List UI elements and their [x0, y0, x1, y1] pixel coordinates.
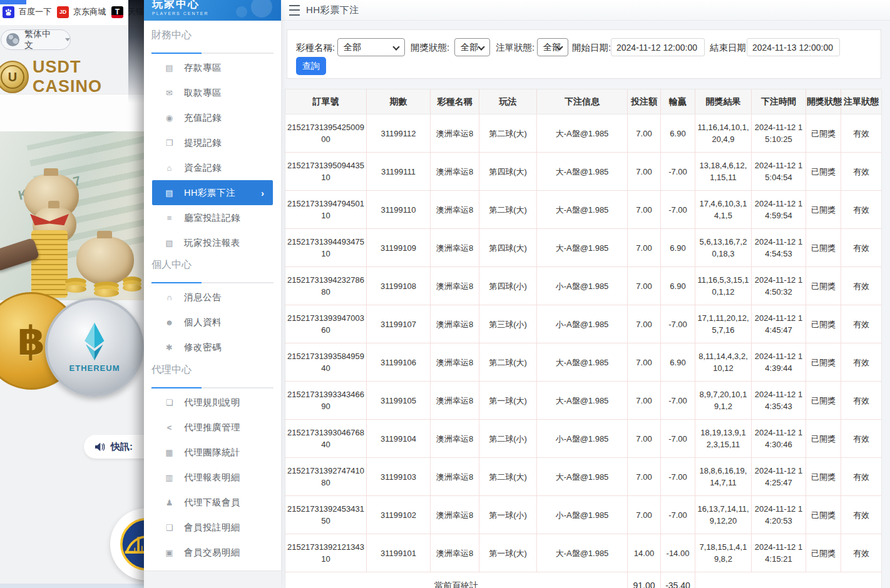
- bet-record-row: 2152173139509443510 31199111 澳洲幸运8 第四球(大…: [285, 153, 882, 191]
- cell-lottery-name: 澳洲幸运8: [431, 114, 479, 153]
- tmall-icon: [111, 6, 123, 18]
- cell-bet-time: 2024-11-12 15:10:25: [752, 114, 806, 153]
- browser-tab-fragment: [0, 0, 26, 4]
- cell-bet-info: 大-A盤@1.985: [537, 534, 628, 572]
- bookmark-jd[interactable]: 京东商城: [57, 6, 106, 18]
- sidebar-menu-item[interactable]: 取款專區: [152, 80, 273, 105]
- coin-stack-decoration: [31, 230, 68, 298]
- cell-order-status: 有效: [841, 153, 882, 191]
- sidebar-menu-item[interactable]: 代理團隊統計: [152, 440, 273, 465]
- sidebar-menu-item[interactable]: 代理下級會員: [152, 490, 273, 515]
- gold-coins-decoration: [123, 284, 141, 291]
- cell-period: 31199110: [367, 191, 431, 229]
- gold-coins-decoration: [65, 285, 86, 293]
- menu-item-label: 修改密碼: [184, 342, 222, 353]
- sub-members-icon: [164, 498, 175, 507]
- cell-play-type: 第二球(大): [479, 458, 537, 496]
- cell-bet-info: 大-A盤@1.985: [537, 191, 628, 229]
- recharge-record-icon: [164, 113, 175, 123]
- start-date-input[interactable]: [611, 38, 705, 56]
- sidebar-menu-item[interactable]: 個人資料: [152, 310, 273, 335]
- cell-lottery-name: 澳洲幸运8: [431, 382, 479, 420]
- cell-bet-info: 大-A盤@1.985: [537, 114, 628, 153]
- share-icon: [164, 423, 175, 432]
- cell-bet-info: 小-A盤@1.985: [537, 420, 628, 458]
- cell-bet-time: 2024-11-12 14:25:47: [752, 458, 806, 496]
- jd-icon: [57, 6, 69, 18]
- cell-bet-amount: 14.00: [628, 534, 661, 572]
- menu-item-label: 會員交易明細: [184, 547, 240, 559]
- order-status-select[interactable]: 全部: [537, 38, 568, 56]
- sidebar-menu-item[interactable]: 會員投註明細: [152, 515, 273, 540]
- query-button[interactable]: 查詢: [296, 57, 326, 75]
- cell-draw-status: 已開獎: [806, 534, 841, 572]
- sidebar-menu-item[interactable]: 會員交易明細: [152, 540, 273, 565]
- column-header: 訂單號: [285, 89, 367, 114]
- usdt-coin-icon: U: [0, 61, 29, 93]
- cell-draw-result: 11,16,5,3,15,10,1,12: [695, 267, 752, 305]
- hamburger-menu-icon[interactable]: [289, 5, 300, 16]
- cell-bet-amount: 7.00: [628, 114, 661, 153]
- sidebar-menu-item[interactable]: 修改密碼: [152, 335, 273, 360]
- sidebar-menu-item[interactable]: 充值記錄: [152, 105, 273, 130]
- column-header: 開獎狀態: [806, 89, 841, 114]
- page-title: HH彩票下注: [306, 4, 359, 16]
- end-date-input[interactable]: [747, 38, 840, 56]
- bet-record-row: 2152173139245343150 31199102 澳洲幸运8 第一球(小…: [285, 496, 882, 534]
- cell-order-no: 2152173139423278680: [285, 267, 367, 305]
- menu-item-label: 代理推廣管理: [184, 422, 240, 433]
- cell-order-status: 有效: [841, 382, 882, 420]
- sidebar-menu-item[interactable]: 代理報表明細: [152, 465, 273, 490]
- section-divider: [151, 387, 274, 388]
- language-selector[interactable]: 繁体中文: [1, 29, 71, 50]
- sidebar-menu-item[interactable]: 代理規則說明: [152, 390, 273, 415]
- sidebar-menu-item[interactable]: 玩家投注報表: [152, 230, 273, 255]
- cell-win-loss: 6.90: [661, 114, 695, 153]
- sidebar-menu-item[interactable]: 廳室投註記錄: [152, 205, 273, 230]
- table-body: 2152173139542500900 31199112 澳洲幸运8 第二球(大…: [285, 114, 882, 572]
- cell-play-type: 第四球(大): [479, 153, 537, 191]
- sidebar-menu-item[interactable]: 消息公告: [152, 285, 273, 310]
- cell-play-type: 第一球(大): [479, 534, 537, 572]
- team-stats-icon: [164, 448, 175, 457]
- gear-icon: [164, 343, 175, 352]
- sidebar-menu-item[interactable]: 資金記錄: [152, 155, 273, 180]
- cell-draw-status: 已開獎: [806, 382, 841, 420]
- menu-item-label: 玩家投注報表: [184, 237, 240, 249]
- withdraw-record-icon: [164, 138, 175, 148]
- sidebar-menu-item[interactable]: 提現記錄: [152, 130, 273, 155]
- cell-draw-result: 16,13,7,14,11,9,12,20: [695, 496, 752, 534]
- cell-bet-info: 大-A盤@1.985: [537, 458, 628, 496]
- bookmark-label: 京东商城: [73, 6, 106, 18]
- section-title: 財務中心: [151, 28, 281, 42]
- column-header: 彩種名稱: [431, 89, 479, 114]
- brand-name: USDT CASINO: [33, 58, 144, 96]
- cell-order-no: 2152173139334346690: [285, 382, 367, 420]
- cell-bet-time: 2024-11-12 14:30:46: [752, 420, 806, 458]
- cell-lottery-name: 澳洲幸运8: [431, 496, 479, 534]
- cell-bet-info: 大-A盤@1.985: [537, 343, 628, 382]
- bet-record-row: 2152173139479450110 31199110 澳洲幸运8 第二球(大…: [285, 191, 882, 229]
- lottery-name-select[interactable]: 全部: [337, 38, 405, 56]
- cell-draw-result: 5,6,13,16,7,20,18,3: [695, 229, 752, 267]
- member-bet-icon: [164, 523, 175, 532]
- draw-status-select[interactable]: 全部: [454, 38, 490, 56]
- bookmark-baidu[interactable]: 百度一下: [3, 6, 51, 18]
- cell-bet-info: 大-A盤@1.985: [537, 153, 628, 191]
- cell-bet-amount: 7.00: [628, 458, 661, 496]
- cell-draw-result: 13,18,4,6,12,1,15,11: [695, 153, 752, 191]
- cell-lottery-name: 澳洲幸运8: [431, 267, 479, 305]
- sidebar-menu-item[interactable]: HH彩票下注 ›: [152, 180, 273, 205]
- news-marquee[interactable]: 快訊:: [84, 435, 144, 459]
- cell-play-type: 第三球(小): [479, 305, 537, 343]
- cell-order-no: 2152173139358495940: [285, 343, 367, 382]
- sidebar-menu-item[interactable]: 代理推廣管理: [152, 415, 273, 440]
- cell-play-type: 第一球(大): [479, 382, 537, 420]
- sidebar-section-finance: 財務中心 存款專區 取款專區 充值記錄: [144, 28, 281, 255]
- cell-order-status: 有效: [841, 229, 882, 267]
- cell-draw-result: 18,19,13,9,12,3,15,11: [695, 420, 752, 458]
- cell-draw-status: 已開獎: [806, 229, 841, 267]
- cell-bet-time: 2024-11-12 14:20:53: [752, 496, 806, 534]
- cell-draw-status: 已開獎: [806, 267, 841, 305]
- sidebar-menu-item[interactable]: 存款專區: [152, 55, 273, 80]
